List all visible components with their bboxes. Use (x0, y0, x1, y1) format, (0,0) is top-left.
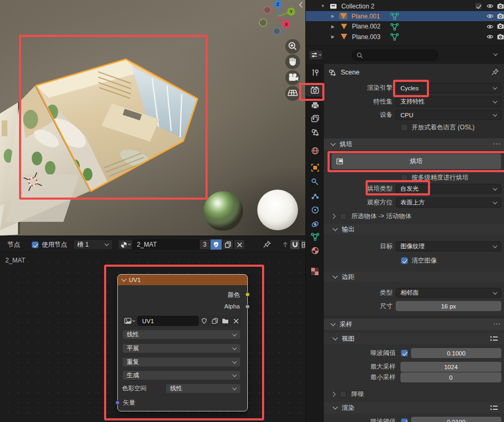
pan-button[interactable] (285, 54, 300, 69)
camera-restrict-icon[interactable] (497, 3, 504, 10)
image-browse-button[interactable] (122, 316, 137, 326)
pin-icon[interactable] (491, 68, 499, 77)
tab-output[interactable] (306, 98, 324, 112)
preset-icon[interactable] (490, 405, 498, 411)
tab-material[interactable] (306, 243, 324, 257)
source-dropdown[interactable]: 生成 (122, 370, 241, 380)
panel-grip[interactable] (493, 323, 500, 326)
engine-dropdown[interactable]: Cycles (396, 83, 501, 93)
device-dropdown[interactable]: CPU (396, 110, 501, 120)
fake-user-button[interactable] (210, 239, 222, 250)
image-fake-user-button[interactable] (199, 316, 209, 326)
multires-checkbox[interactable] (401, 174, 408, 181)
camera-restrict-icon[interactable] (497, 34, 504, 40)
slot-dropdown[interactable]: 槽 1 (73, 239, 113, 250)
collection-checkbox[interactable] (475, 3, 482, 10)
eye-icon[interactable] (487, 13, 493, 19)
image-unlink-button[interactable] (231, 316, 241, 326)
view-from-dropdown[interactable]: 表面上方 (396, 198, 501, 208)
eye-icon[interactable] (487, 34, 493, 40)
material-users-count[interactable]: 3 (199, 239, 210, 250)
tab-scene[interactable] (306, 125, 324, 139)
interpolation-dropdown[interactable]: 线性 (122, 330, 241, 340)
duplicate-material-button[interactable] (222, 239, 234, 250)
output-subpanel-header[interactable]: 输出 (324, 224, 504, 235)
disclosure-closed-icon[interactable]: ▶ (331, 14, 334, 18)
margin-subpanel-header[interactable]: 边距 (324, 271, 504, 282)
bake-button[interactable]: 烘培 (331, 153, 501, 170)
viewport-subpanel-header[interactable]: 视图 (324, 333, 504, 344)
selected-to-active-row[interactable]: 所选物体 -> 活动物体 (332, 211, 412, 221)
tab-modifiers[interactable] (306, 175, 324, 189)
color-output-socket[interactable] (245, 292, 250, 297)
feature-set-dropdown[interactable]: 支持特性 (396, 97, 501, 107)
tab-world[interactable] (306, 144, 324, 157)
perspective-toggle-button[interactable] (285, 86, 300, 101)
collection-name[interactable]: Collection 2 (341, 3, 375, 10)
breadcrumb-scene[interactable]: Scene (341, 69, 359, 76)
colorspace-dropdown[interactable]: 线性 (165, 383, 241, 393)
node-menu[interactable]: 节点 (7, 239, 20, 250)
image-open-button[interactable] (220, 316, 230, 326)
image-name-field[interactable]: UV1 (137, 316, 199, 326)
outliner-row-plane002[interactable]: ▶ Plane.002 (306, 22, 504, 32)
object-name[interactable]: Plane.001 (351, 13, 380, 20)
bake-type-dropdown[interactable]: 自发光 (396, 184, 501, 194)
pin-button[interactable] (263, 239, 272, 250)
use-nodes-checkbox[interactable] (32, 241, 39, 248)
camera-view-button[interactable] (285, 70, 300, 85)
unlink-material-button[interactable] (234, 239, 245, 250)
viewport-3d[interactable]: Z Y X (0, 0, 305, 236)
target-dropdown[interactable]: 图像纹理 (396, 241, 501, 251)
tab-particles[interactable] (306, 189, 324, 203)
image-texture-node[interactable]: UV1 颜色 Alpha UV1 (118, 275, 247, 411)
tab-object[interactable] (306, 161, 324, 174)
tab-texture[interactable] (306, 265, 324, 278)
object-name[interactable]: Plane.003 (352, 33, 380, 41)
tab-constraints[interactable] (306, 217, 324, 231)
eye-icon[interactable] (487, 24, 493, 30)
panel-grip[interactable] (493, 143, 500, 146)
bake-panel-header[interactable]: 烘培 (324, 138, 504, 150)
camera-restrict-icon[interactable] (497, 13, 504, 20)
object-name[interactable]: Plane.002 (352, 23, 380, 30)
preset-icon[interactable] (490, 335, 498, 342)
tab-render[interactable] (306, 83, 324, 97)
noise-threshold-checkbox[interactable] (401, 350, 408, 357)
projection-dropdown[interactable]: 平展 (122, 343, 241, 353)
selected-to-active-checkbox[interactable] (340, 213, 347, 220)
eye-icon[interactable] (487, 3, 493, 9)
disclosure-open-icon[interactable]: ▼ (321, 4, 325, 8)
margin-size-slider[interactable]: 16 px (396, 301, 501, 311)
material-name-field[interactable]: 2_MAT (133, 239, 199, 250)
denoise-checkbox[interactable] (340, 391, 347, 398)
clear-image-checkbox[interactable] (401, 257, 408, 264)
vector-input-socket[interactable] (115, 400, 120, 405)
outliner-row-collection[interactable]: ▼ Collection 2 (306, 1, 504, 11)
max-samples-slider[interactable]: 1024 (400, 362, 501, 372)
margin-type-dropdown[interactable]: 相邻面 (396, 288, 501, 298)
tab-physics[interactable] (306, 203, 324, 217)
use-nodes-toggle[interactable]: 使用节点 (32, 239, 67, 250)
tab-object-data[interactable] (306, 230, 324, 244)
image-duplicate-button[interactable] (210, 316, 220, 326)
render-noise-checkbox[interactable] (401, 418, 408, 422)
outliner-row-plane003[interactable]: ▶ Plane.003 (306, 32, 504, 42)
alpha-output-socket[interactable] (245, 304, 250, 309)
material-browse-button[interactable] (118, 239, 133, 250)
zoom-button[interactable] (285, 39, 300, 54)
render-noise-slider[interactable]: 0.0100 (411, 417, 501, 422)
camera-restrict-icon[interactable] (497, 23, 504, 30)
sampling-panel-header[interactable]: 采样 (324, 318, 504, 330)
disclosure-closed-icon[interactable]: ▶ (331, 34, 334, 39)
tab-tool[interactable] (306, 66, 324, 80)
search-input[interactable] (352, 50, 438, 61)
osl-checkbox[interactable] (401, 124, 408, 131)
outliner-row-plane001[interactable]: ▶ Plane.001 (306, 11, 504, 21)
tab-view-layer[interactable] (306, 111, 324, 125)
filter-dropdown[interactable] (493, 51, 498, 55)
editor-type-dropdown[interactable] (309, 50, 323, 60)
node-title-bar[interactable]: UV1 (118, 275, 247, 285)
node-editor-canvas[interactable]: 2_MAT UV1 颜色 Alpha UV1 (0, 252, 305, 422)
disclosure-closed-icon[interactable]: ▶ (331, 24, 334, 29)
